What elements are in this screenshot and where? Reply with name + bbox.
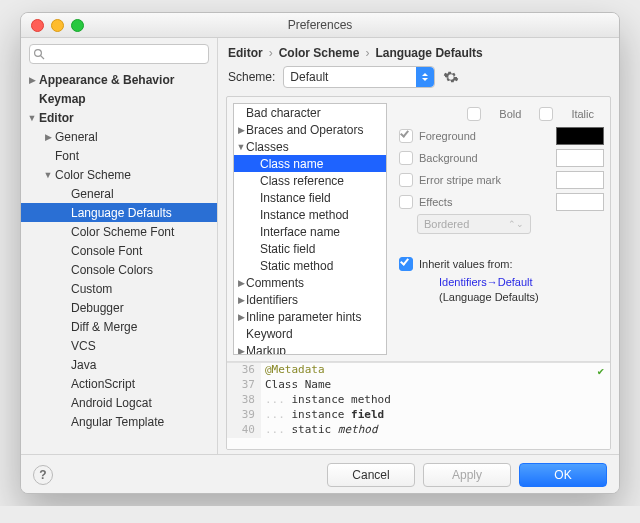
effects-swatch[interactable]	[556, 193, 604, 211]
category-item[interactable]: Keyword	[234, 325, 386, 342]
category-item[interactable]: Class name	[234, 155, 386, 172]
gear-icon[interactable]	[443, 69, 459, 85]
category-item[interactable]: Static field	[234, 240, 386, 257]
sidebar-item[interactable]: Color Scheme Font	[21, 222, 217, 241]
effects-checkbox[interactable]	[399, 195, 413, 209]
crumb-c: Language Defaults	[375, 46, 482, 60]
updown-icon: ⌃⌄	[508, 219, 524, 229]
code-preview[interactable]: ✔ 36@Metadata37Class Name38... instance …	[227, 362, 610, 449]
color-scheme-panel: Bad character▶Braces and Operators▼Class…	[226, 96, 611, 450]
twisty-icon: ▼	[27, 113, 37, 123]
sidebar-item[interactable]: Font	[21, 146, 217, 165]
chevron-right-icon: ›	[365, 46, 369, 60]
twisty-icon: ▶	[236, 278, 246, 288]
footer: ? Cancel Apply OK	[21, 454, 619, 494]
minimize-icon[interactable]	[51, 19, 64, 32]
category-item[interactable]: Static method	[234, 257, 386, 274]
sidebar-item[interactable]: ActionScript	[21, 374, 217, 393]
sidebar-item[interactable]: ▼Editor	[21, 108, 217, 127]
search-input[interactable]	[29, 44, 209, 64]
line-number: 39	[227, 408, 261, 423]
effect-type-value: Bordered	[424, 218, 469, 230]
error-stripe-swatch[interactable]	[556, 171, 604, 189]
preview-line: 36@Metadata	[227, 363, 610, 378]
foreground-swatch[interactable]	[556, 127, 604, 145]
sidebar-item[interactable]: Java	[21, 355, 217, 374]
sidebar-item[interactable]: Custom	[21, 279, 217, 298]
sidebar-item[interactable]: General	[21, 184, 217, 203]
crumb-b[interactable]: Color Scheme	[279, 46, 360, 60]
foreground-checkbox[interactable]	[399, 129, 413, 143]
sidebar-item[interactable]: Language Defaults	[21, 203, 217, 222]
sidebar-item[interactable]: Console Font	[21, 241, 217, 260]
category-tree[interactable]: Bad character▶Braces and Operators▼Class…	[233, 103, 387, 355]
window-title: Preferences	[288, 18, 353, 32]
sidebar-tree[interactable]: ▶Appearance & BehaviorKeymap▼Editor▶Gene…	[21, 68, 217, 454]
sidebar-item[interactable]: Android Logcat	[21, 393, 217, 412]
sidebar-item[interactable]: ▼Color Scheme	[21, 165, 217, 184]
help-button[interactable]: ?	[33, 465, 53, 485]
inherit-link[interactable]: Identifiers→Default	[439, 276, 533, 288]
sidebar-item[interactable]: ▶General	[21, 127, 217, 146]
background-swatch[interactable]	[556, 149, 604, 167]
twisty-icon: ▶	[236, 295, 246, 305]
background-checkbox[interactable]	[399, 151, 413, 165]
search-icon	[33, 48, 45, 60]
category-label: Braces and Operators	[246, 123, 363, 137]
chevron-right-icon: ›	[269, 46, 273, 60]
category-item[interactable]: ▶Identifiers	[234, 291, 386, 308]
svg-point-0	[35, 50, 42, 57]
twisty-icon: ▼	[236, 142, 246, 152]
sidebar-item-label: Appearance & Behavior	[37, 73, 174, 87]
check-icon: ✔	[597, 365, 604, 378]
line-number: 36	[227, 363, 261, 378]
effect-type-select[interactable]: Bordered ⌃⌄	[417, 214, 531, 234]
italic-checkbox[interactable]	[539, 107, 553, 121]
cancel-button[interactable]: Cancel	[327, 463, 415, 487]
ok-button[interactable]: OK	[519, 463, 607, 487]
inherit-block: Inherit values from: Identifiers→Default…	[399, 253, 604, 305]
sidebar-item-label: Diff & Merge	[69, 320, 137, 334]
category-item[interactable]: Bad character	[234, 104, 386, 121]
detail-pane: Editor › Color Scheme › Language Default…	[218, 38, 619, 454]
crumb-a[interactable]: Editor	[228, 46, 263, 60]
category-item[interactable]: Instance field	[234, 189, 386, 206]
scheme-select[interactable]: Default	[283, 66, 435, 88]
category-label: Bad character	[246, 106, 321, 120]
line-code: Class Name	[261, 378, 610, 393]
category-label: Inline parameter hints	[246, 310, 361, 324]
inherit-checkbox[interactable]	[399, 257, 413, 271]
window-controls	[31, 19, 84, 32]
sidebar-item[interactable]: VCS	[21, 336, 217, 355]
inherit-label: Inherit values from:	[419, 258, 513, 270]
category-item[interactable]: ▶Comments	[234, 274, 386, 291]
sidebar-item[interactable]: Debugger	[21, 298, 217, 317]
sidebar-item[interactable]: ▶Appearance & Behavior	[21, 70, 217, 89]
category-item[interactable]: Class reference	[234, 172, 386, 189]
category-item[interactable]: ▶Inline parameter hints	[234, 308, 386, 325]
category-item[interactable]: ▼Classes	[234, 138, 386, 155]
sidebar: ▶Appearance & BehaviorKeymap▼Editor▶Gene…	[21, 38, 218, 454]
sidebar-item-label: Color Scheme	[53, 168, 131, 182]
category-item[interactable]: Instance method	[234, 206, 386, 223]
category-item[interactable]: ▶Braces and Operators	[234, 121, 386, 138]
sidebar-item[interactable]: Console Colors	[21, 260, 217, 279]
category-item[interactable]: Interface name	[234, 223, 386, 240]
preview-line: 39... instance field	[227, 408, 610, 423]
sidebar-item[interactable]: Diff & Merge	[21, 317, 217, 336]
scheme-row: Scheme: Default	[218, 64, 619, 96]
sidebar-item[interactable]: Angular Template	[21, 412, 217, 431]
category-label: Instance method	[260, 208, 349, 222]
close-icon[interactable]	[31, 19, 44, 32]
category-label: Comments	[246, 276, 304, 290]
line-code: ... instance method	[261, 393, 610, 408]
apply-button[interactable]: Apply	[423, 463, 511, 487]
sidebar-item[interactable]: Keymap	[21, 89, 217, 108]
sidebar-item-label: Console Font	[69, 244, 142, 258]
bold-checkbox[interactable]	[467, 107, 481, 121]
preview-line: 40... static method	[227, 423, 610, 438]
zoom-icon[interactable]	[71, 19, 84, 32]
category-item[interactable]: ▶Markup	[234, 342, 386, 355]
sidebar-item-label: Debugger	[69, 301, 124, 315]
error-stripe-checkbox[interactable]	[399, 173, 413, 187]
